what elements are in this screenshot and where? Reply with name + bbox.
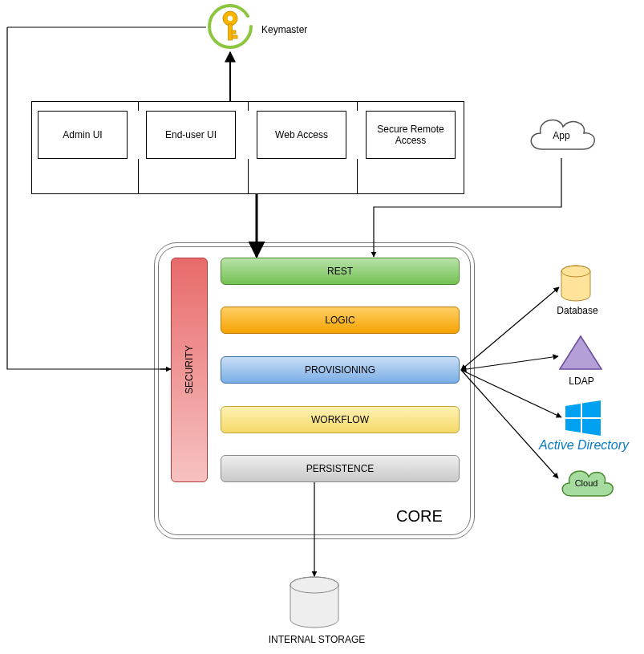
rest-bar: REST	[221, 258, 460, 285]
svg-rect-3	[232, 30, 236, 34]
svg-marker-10	[565, 419, 581, 433]
svg-line-20	[461, 370, 558, 478]
core-title: CORE	[396, 507, 443, 526]
svg-line-18	[461, 356, 558, 370]
app-cloud: App	[523, 109, 600, 159]
svg-marker-11	[582, 419, 601, 436]
workflow-label: WORKFLOW	[311, 414, 369, 425]
persistence-label: PERSISTENCE	[306, 463, 375, 474]
internal-storage-label: INTERNAL STORAGE	[265, 634, 369, 645]
svg-line-17	[461, 287, 559, 370]
database-label: Database	[553, 305, 601, 316]
ldap-label: LDAP	[561, 376, 601, 387]
web-access-label: Web Access	[275, 129, 328, 140]
cloud-label: Cloud	[557, 478, 616, 488]
security-bar: SECURITY	[171, 258, 208, 482]
svg-point-1	[228, 16, 233, 21]
enduser-ui-box: End-user UI	[146, 111, 236, 159]
enduser-ui-label: End-user UI	[165, 129, 217, 140]
svg-rect-4	[232, 35, 237, 39]
internal-storage-icon	[286, 576, 342, 629]
frame-side-left	[31, 101, 32, 194]
windows-icon	[563, 400, 603, 437]
svg-line-19	[461, 370, 561, 417]
secure-remote-box: Secure Remote Access	[366, 111, 456, 159]
admin-ui-label: Admin UI	[63, 129, 102, 140]
provisioning-label: PROVISIONING	[305, 364, 375, 376]
ad-label: Active Directory	[532, 438, 636, 453]
database-icon	[559, 265, 593, 303]
secure-remote-label: Secure Remote Access	[371, 124, 450, 146]
svg-marker-7	[560, 336, 601, 369]
keymaster-icon	[206, 2, 254, 51]
rest-label: REST	[327, 266, 353, 277]
workflow-bar: WORKFLOW	[221, 406, 460, 433]
logic-bar: LOGIC	[221, 307, 460, 334]
cloud-target-icon: Cloud	[557, 462, 616, 502]
logic-label: LOGIC	[325, 315, 354, 326]
provisioning-bar: PROVISIONING	[221, 356, 460, 384]
security-label: SECURITY	[184, 346, 195, 395]
persistence-bar: PERSISTENCE	[221, 455, 460, 482]
diagram-canvas: Keymaster Admin UI End-user UI Web Acces…	[0, 0, 644, 654]
svg-marker-9	[582, 400, 601, 417]
app-label: App	[523, 130, 600, 141]
web-access-box: Web Access	[257, 111, 346, 159]
frame-side-right	[464, 101, 464, 194]
keymaster-label: Keymaster	[261, 24, 307, 35]
svg-marker-8	[565, 404, 581, 417]
ldap-icon	[558, 334, 603, 372]
admin-ui-box: Admin UI	[38, 111, 128, 159]
